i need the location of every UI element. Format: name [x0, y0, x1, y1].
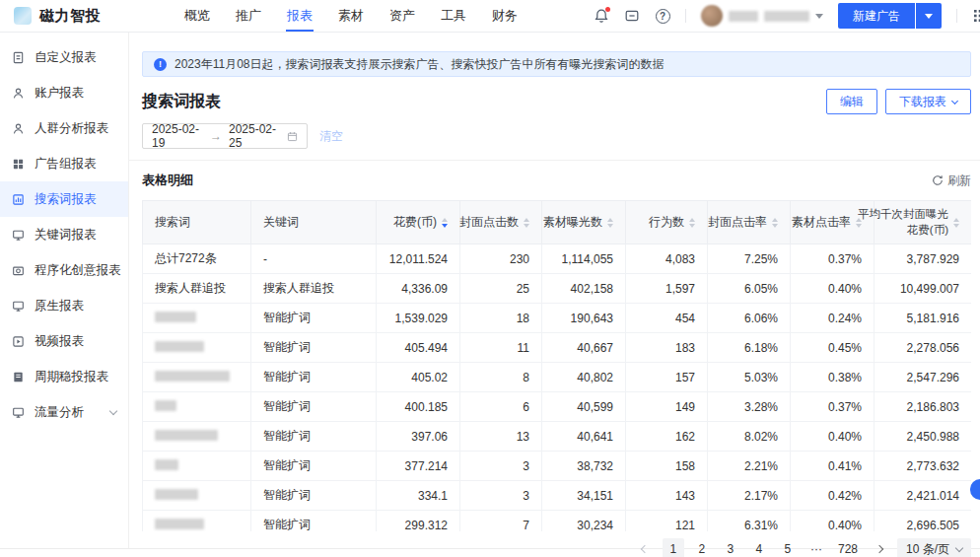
sidebar-item-人群分析报表[interactable]: 人群分析报表 [0, 110, 128, 146]
page-number-1[interactable]: 1 [663, 538, 684, 557]
sort-asc-icon [953, 218, 959, 222]
sidebar-item-流量分析[interactable]: 流量分析 [0, 394, 128, 430]
account-id-redacted [764, 11, 809, 22]
column-header-行为数[interactable]: 行为数 [626, 201, 708, 244]
date-range-arrow: → [210, 129, 222, 143]
sidebar-item-关键词报表[interactable]: 关键词报表 [0, 217, 128, 252]
table-row: 智能扩词397.061340,6411628.02%0.40%2,450.988 [143, 422, 972, 452]
help-icon[interactable]: ? [655, 8, 670, 24]
clear-dates-link[interactable]: 清空 [319, 128, 343, 145]
cell-keyword: 搜索人群追投 [251, 274, 377, 304]
sort-desc-icon [772, 224, 778, 228]
page-number-2[interactable]: 2 [691, 538, 713, 557]
date-start: 2025-02-19 [152, 122, 203, 150]
chevron-down-icon [109, 406, 117, 414]
account-menu[interactable] [701, 5, 823, 27]
avatar [701, 5, 723, 27]
cell-metric: 8 [460, 363, 542, 392]
redacted-search-term [155, 430, 218, 441]
app-logo[interactable]: 磁力智投 [0, 7, 126, 26]
sort-control[interactable] [689, 218, 695, 228]
page-number-4[interactable]: 4 [748, 538, 770, 557]
table-section-title: 表格明细 [142, 172, 193, 189]
download-report-button[interactable]: 下载报表 [885, 89, 971, 114]
nav-tab-素材[interactable]: 素材 [325, 0, 377, 32]
sidebar-item-label: 账户报表 [35, 85, 84, 102]
new-ad-button[interactable]: 新建广告 [838, 3, 915, 29]
table-row: 智能扩词400.185640,5991493.28%0.37%2,186.803 [143, 392, 972, 422]
page-number-728[interactable]: 728 [834, 538, 862, 557]
chevron-left-icon [641, 545, 649, 553]
sidebar-item-广告组报表[interactable]: 广告组报表 [0, 146, 128, 181]
next-page-button[interactable] [869, 538, 890, 557]
redacted-search-term [155, 489, 198, 500]
cell-metric: 397.06 [377, 422, 460, 452]
edit-button[interactable]: 编辑 [826, 89, 877, 114]
column-header-封面点击数[interactable]: 封面点击数 [460, 201, 542, 244]
sort-asc-icon [689, 218, 695, 222]
page-size-selector[interactable]: 10 条/页 [897, 538, 971, 557]
cell-metric: 6.31% [708, 511, 791, 532]
cell-search-term [143, 452, 251, 481]
cell-metric: 6.06% [708, 304, 791, 333]
nav-tab-概览[interactable]: 概览 [172, 0, 223, 32]
cell-metric: 0.37% [791, 392, 875, 422]
sidebar-item-周期稳投报表[interactable]: 周期稳投报表 [0, 359, 128, 394]
sort-control[interactable] [607, 218, 613, 228]
notice-banner: ! 2023年11月08日起，搜索词报表支持展示搜索广告、搜索快投广告中所有有曝… [142, 51, 971, 77]
logo-text: 磁力智投 [39, 7, 101, 26]
cell-search-term: 总计7272条 [143, 244, 251, 274]
sidebar-item-账户报表[interactable]: 账户报表 [0, 75, 128, 110]
sidebar-item-自定义报表[interactable]: 自定义报表 [0, 39, 128, 75]
date-range-picker[interactable]: 2025-02-19 → 2025-02-25 [142, 123, 308, 149]
cell-metric: 2,696.505 [875, 511, 972, 532]
column-header-平均千次封面曝光[interactable]: 平均千次封面曝光 花费(币) [875, 201, 972, 244]
column-header-封面点击率[interactable]: 封面点击率 [708, 201, 791, 244]
nav-tab-资产[interactable]: 资产 [377, 0, 428, 32]
sidebar-item-原生报表[interactable]: 原生报表 [0, 288, 128, 323]
column-header-素材曝光数[interactable]: 素材曝光数 [542, 201, 626, 244]
sort-control[interactable] [953, 218, 959, 228]
new-ad-dropdown-button[interactable] [916, 3, 942, 29]
sort-control[interactable] [442, 218, 448, 228]
cell-metric: 402,158 [542, 274, 626, 304]
apps-grid-icon[interactable] [972, 8, 980, 24]
cell-search-term [143, 363, 251, 392]
cell-metric: 3 [460, 481, 542, 511]
page-number-5[interactable]: 5 [777, 538, 799, 557]
period-stable-report-icon [12, 370, 26, 383]
sort-control[interactable] [524, 218, 529, 228]
sidebar-item-搜索词报表[interactable]: 搜索词报表 [0, 181, 128, 217]
main-content: ! 2023年11月08日起，搜索词报表支持展示搜索广告、搜索快投广告中所有有曝… [129, 33, 980, 548]
account-report-icon [12, 86, 26, 100]
info-icon: ! [154, 58, 167, 71]
cell-metric: 40,599 [542, 392, 626, 422]
page-number-3[interactable]: 3 [720, 538, 741, 557]
prev-page-button[interactable] [634, 538, 656, 557]
sidebar-item-程序化创意报表[interactable]: 程序化创意报表 [0, 252, 128, 288]
column-header-搜索词: 搜索词 [143, 201, 251, 244]
cell-metric: 143 [626, 481, 708, 511]
bell-icon[interactable] [594, 8, 609, 24]
cell-metric: 377.214 [377, 452, 460, 481]
search-term-table-wrap: 搜索词关键词花费(币)封面点击数素材曝光数行为数封面点击率素材点击率平均千次封面… [142, 200, 971, 531]
new-ad-split-button: 新建广告 [838, 3, 942, 29]
column-header-花费(币)[interactable]: 花费(币) [377, 201, 460, 244]
cell-metric: 3 [460, 452, 542, 481]
sidebar-item-label: 周期稳投报表 [35, 369, 108, 385]
sidebar-item-视频报表[interactable]: 视频报表 [0, 323, 128, 359]
nav-tab-报表[interactable]: 报表 [274, 0, 325, 32]
cell-keyword: 智能扩词 [251, 422, 377, 452]
cell-metric: 0.37% [791, 244, 875, 274]
refresh-button[interactable]: 刷新 [932, 173, 971, 189]
cell-keyword: 智能扩词 [251, 511, 377, 532]
nav-tab-工具[interactable]: 工具 [428, 0, 479, 32]
cell-metric: 230 [460, 244, 542, 274]
cell-metric: 6 [460, 392, 542, 422]
message-icon[interactable] [624, 8, 640, 24]
table-row: 智能扩词377.214338,7321582.21%0.41%2,773.632 [143, 452, 972, 481]
sort-control[interactable] [772, 218, 778, 228]
nav-tab-财务[interactable]: 财务 [479, 0, 530, 32]
divider [685, 9, 686, 23]
nav-tab-推广[interactable]: 推广 [223, 0, 274, 32]
